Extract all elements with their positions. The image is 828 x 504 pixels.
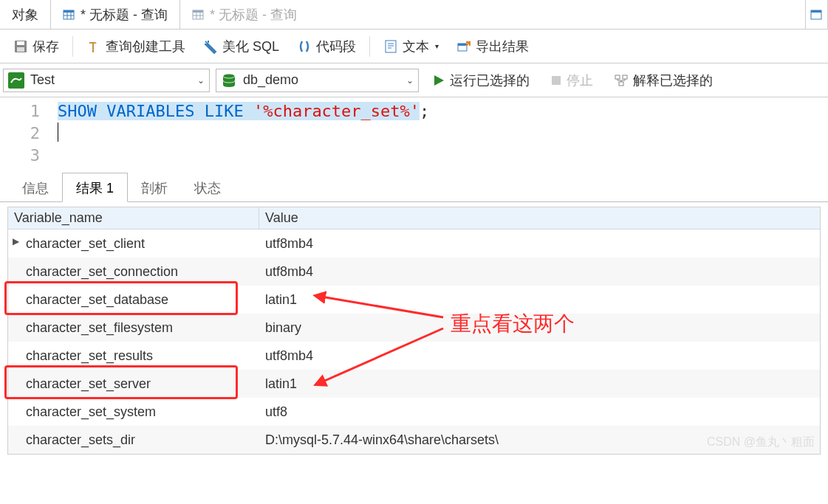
result-area: Variable_name Value ▶character_set_clien…: [0, 207, 828, 455]
connection-icon: [8, 72, 24, 89]
export-label: 导出结果: [476, 38, 529, 55]
table-icon: [810, 9, 822, 21]
table-icon: [63, 9, 75, 21]
tab-query-1-label: * 无标题 - 查询: [81, 6, 168, 24]
connection-name: Test: [30, 72, 55, 88]
tab-query-2-label: * 无标题 - 查询: [210, 6, 297, 24]
line-number: 1: [0, 100, 40, 122]
parentheses-icon: [297, 39, 312, 54]
grid-header: Variable_name Value: [8, 207, 820, 229]
table-icon: [192, 9, 204, 21]
line-number: 3: [0, 145, 40, 167]
builder-label: 查询创建工具: [106, 38, 185, 55]
sql-string: '%character_set%': [253, 102, 420, 120]
database-icon: [221, 72, 237, 89]
wand-icon: [203, 39, 218, 54]
col-value[interactable]: Value: [259, 207, 820, 229]
beautify-label: 美化 SQL: [222, 38, 279, 55]
save-button[interactable]: 保存: [6, 35, 66, 58]
tab-result-1[interactable]: 结果 1: [62, 173, 128, 202]
cell-variable-name: character_sets_dir: [8, 432, 259, 448]
cursor-line: [58, 122, 58, 142]
svg-rect-6: [193, 10, 203, 13]
separator: [72, 36, 73, 57]
table-row[interactable]: character_set_filesystembinary: [8, 314, 820, 342]
table-row[interactable]: character_set_serverlatin1: [8, 370, 820, 398]
chevron-down-icon: ⌄: [197, 75, 205, 86]
connection-bar: Test ⌄ db_demo ⌄ 运行已选择的 停止 解释已选择的: [0, 63, 828, 97]
tab-objects[interactable]: 对象: [0, 0, 51, 29]
line-number: 2: [0, 122, 40, 145]
query-builder-button[interactable]: 查询创建工具: [79, 35, 193, 58]
stop-label: 停止: [567, 72, 593, 89]
svg-rect-20: [458, 44, 467, 46]
cell-variable-name: character_set_results: [8, 348, 259, 364]
col-variable-name[interactable]: Variable_name: [8, 207, 259, 229]
text-button[interactable]: 文本 ▾: [376, 35, 446, 58]
snippet-button[interactable]: 代码段: [290, 35, 363, 58]
beautify-button[interactable]: 美化 SQL: [196, 35, 287, 58]
cell-variable-name: character_set_server: [8, 376, 259, 392]
sql-punct: ;: [420, 102, 429, 120]
tab-status[interactable]: 状态: [181, 173, 234, 201]
code-area[interactable]: SHOW VARIABLES LIKE '%character_set%';: [52, 97, 429, 171]
toolbar: 保存 查询创建工具 美化 SQL 代码段 文本 ▾ 导出结果: [0, 30, 828, 63]
table-row[interactable]: ▶character_set_clientutf8mb4: [8, 229, 820, 258]
svg-rect-1: [64, 10, 74, 13]
database-name: db_demo: [243, 72, 298, 88]
database-select[interactable]: db_demo ⌄: [216, 69, 419, 92]
svg-rect-21: [8, 72, 24, 89]
tab-query-2[interactable]: * 无标题 - 查询: [180, 0, 806, 29]
tab-info[interactable]: 信息: [9, 173, 62, 201]
row-pointer-icon: ▶: [13, 236, 19, 246]
cell-variable-name: ▶character_set_client: [8, 236, 259, 252]
line-gutter: 1 2 3: [0, 97, 52, 171]
editor-tabs: 对象 * 无标题 - 查询 * 无标题 - 查询: [0, 0, 828, 30]
explain-icon: [614, 73, 629, 88]
separator: [369, 36, 370, 57]
cell-value: utf8mb4: [259, 236, 820, 252]
cell-variable-name: character_set_filesystem: [8, 320, 259, 336]
cell-value: latin1: [259, 376, 820, 392]
explain-button[interactable]: 解释已选择的: [606, 72, 720, 89]
document-icon: [383, 39, 398, 54]
svg-rect-13: [17, 41, 24, 45]
tab-info-label: 信息: [22, 181, 49, 196]
chevron-down-icon: ⌄: [406, 75, 414, 86]
tab-overflow[interactable]: [806, 0, 828, 29]
cell-value: utf8mb4: [259, 264, 820, 280]
svg-rect-26: [623, 75, 627, 79]
tab-objects-label: 对象: [12, 6, 38, 24]
cell-value: utf8: [259, 404, 820, 420]
table-row[interactable]: character_set_systemutf8: [8, 398, 820, 426]
svg-rect-11: [811, 10, 821, 13]
sql-editor[interactable]: 1 2 3 SHOW VARIABLES LIKE '%character_se…: [0, 97, 828, 171]
result-grid[interactable]: Variable_name Value ▶character_set_clien…: [7, 207, 821, 455]
svg-rect-25: [615, 75, 620, 79]
table-row[interactable]: character_set_resultsutf8mb4: [8, 342, 820, 370]
svg-rect-14: [17, 47, 24, 52]
chevron-down-icon: ▾: [435, 42, 439, 50]
tab-profile-label: 剖析: [141, 181, 168, 196]
connection-select[interactable]: Test ⌄: [3, 69, 210, 92]
svg-rect-24: [552, 76, 561, 85]
stop-button[interactable]: 停止: [543, 72, 601, 89]
run-button[interactable]: 运行已选择的: [425, 72, 537, 89]
table-row[interactable]: character_set_databaselatin1: [8, 286, 820, 314]
cell-variable-name: character_set_connection: [8, 264, 259, 280]
export-icon: [456, 39, 471, 54]
svg-rect-15: [386, 41, 396, 52]
explain-label: 解释已选择的: [633, 72, 713, 89]
watermark: CSDN @鱼丸丶粗面: [707, 435, 815, 450]
run-label: 运行已选择的: [450, 72, 530, 89]
text-label: 文本: [403, 38, 429, 55]
tab-profile[interactable]: 剖析: [128, 173, 181, 201]
export-button[interactable]: 导出结果: [449, 35, 536, 58]
tab-query-1[interactable]: * 无标题 - 查询: [51, 0, 180, 29]
table-row[interactable]: character_set_connectionutf8mb4: [8, 258, 820, 286]
sql-keyword: SHOW VARIABLES LIKE: [58, 102, 253, 120]
play-icon: [432, 74, 445, 87]
table-row[interactable]: character_sets_dirD:\mysql-5.7.44-winx64…: [8, 426, 820, 454]
save-icon: [13, 39, 28, 54]
cell-variable-name: character_set_system: [8, 404, 259, 420]
